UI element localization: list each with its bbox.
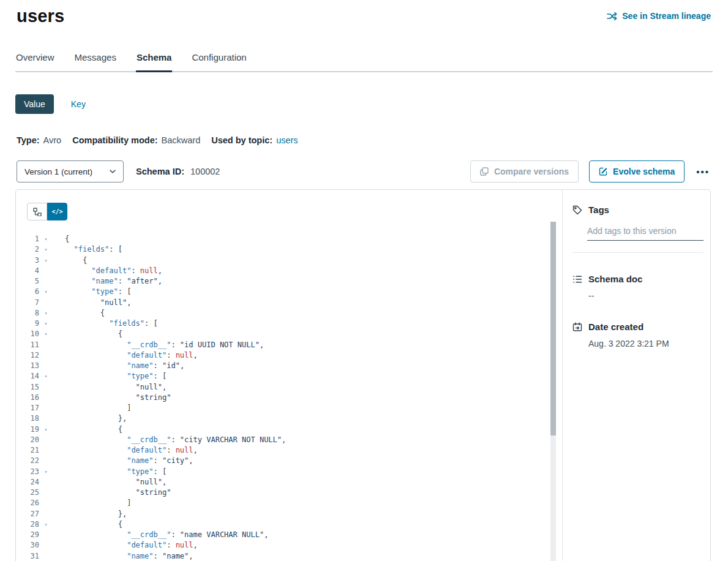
line-number: 18 <box>16 413 39 424</box>
fold-toggle-icon[interactable]: ▾ <box>39 519 53 530</box>
fold-spacer <box>39 350 53 361</box>
value-toggle-button[interactable]: Value <box>15 94 54 114</box>
tab-messages[interactable]: Messages <box>74 52 117 71</box>
fold-spacer <box>39 276 53 287</box>
version-select[interactable]: Version 1 (current) <box>17 160 124 183</box>
fold-spacer <box>39 266 53 276</box>
code-line: 29 "__crdb__": "name VARCHAR NULL", <box>16 530 562 540</box>
date-created-title: Date created <box>588 322 644 332</box>
line-number: 10 <box>16 329 39 339</box>
code-text: { <box>53 424 122 435</box>
line-number: 29 <box>16 530 39 540</box>
more-options-button[interactable]: ••• <box>695 165 711 179</box>
compare-versions-button[interactable]: Compare versions <box>470 160 579 183</box>
side-divider <box>572 252 704 253</box>
code-line: 20 "__crdb__": "city VARCHAR NOT NULL", <box>16 435 562 445</box>
fold-toggle-icon[interactable]: ▾ <box>39 371 53 382</box>
evolve-schema-button[interactable]: Evolve schema <box>589 160 685 183</box>
code-text: "default": null, <box>53 266 162 276</box>
code-line: 31 "name": "name", <box>16 551 562 561</box>
code-text: ] <box>53 498 131 508</box>
add-tags-input[interactable] <box>587 226 704 241</box>
line-number: 13 <box>16 361 39 371</box>
code-line: 5 "name": "after", <box>16 276 562 287</box>
schema-doc-value: -- <box>588 291 710 301</box>
tags-title: Tags <box>588 205 609 215</box>
code-text: "type": [ <box>53 467 167 477</box>
fold-spacer <box>39 382 53 393</box>
code-text: "name": "after", <box>53 276 162 287</box>
code-view-button[interactable]: </> <box>47 203 67 220</box>
fold-toggle-icon[interactable]: ▾ <box>39 424 53 435</box>
code-line: 16 "string" <box>16 393 562 403</box>
code-text: "default": null, <box>53 350 198 361</box>
line-number: 16 <box>16 393 39 403</box>
date-created-section: Date created Aug. 3 2022 3:21 PM <box>572 322 710 348</box>
version-select-value: Version 1 (current) <box>24 167 92 176</box>
tab-overview[interactable]: Overview <box>15 52 55 71</box>
stream-lineage-link[interactable]: See in Stream lineage <box>607 11 711 21</box>
line-number: 17 <box>16 403 39 413</box>
fold-toggle-icon[interactable]: ▾ <box>39 308 53 318</box>
fold-spacer <box>39 551 53 561</box>
fold-spacer <box>39 509 53 519</box>
code-line: 10▾ { <box>16 329 562 339</box>
evolve-schema-icon <box>599 167 607 176</box>
schema-doc-title: Schema doc <box>588 274 642 284</box>
code-text: { <box>53 308 105 318</box>
schema-doc-icon <box>572 274 582 284</box>
fold-toggle-icon[interactable]: ▾ <box>39 329 53 339</box>
fold-spacer <box>39 445 53 456</box>
schema-panel: </> 1▾{2▾ "fields": [3▾ {4 "default": nu… <box>15 189 711 561</box>
topic-link[interactable]: users <box>276 135 298 145</box>
code-line: 15 "null", <box>16 382 562 393</box>
line-number: 28 <box>16 519 39 530</box>
stream-lineage-icon <box>607 12 617 21</box>
stream-lineage-label: See in Stream lineage <box>622 11 711 21</box>
code-line: 21 "default": null, <box>16 445 562 456</box>
line-number: 7 <box>16 298 39 308</box>
code-text: { <box>53 234 69 244</box>
code-text: { <box>53 519 122 530</box>
tab-configuration[interactable]: Configuration <box>191 52 247 71</box>
fold-spacer <box>39 361 53 371</box>
version-bar: Version 1 (current) Schema ID: 100002 Co… <box>17 160 711 183</box>
code-line: 8▾ { <box>16 308 562 318</box>
code-text: "default": null, <box>53 445 198 456</box>
fold-toggle-icon[interactable]: ▾ <box>39 287 53 297</box>
code-text: "name": "name", <box>53 551 193 561</box>
code-text: "default": null, <box>53 540 198 551</box>
code-text: { <box>53 329 122 339</box>
line-number: 1 <box>16 234 39 244</box>
line-number: 11 <box>16 340 39 350</box>
fold-toggle-icon[interactable]: ▾ <box>39 255 53 266</box>
code-line: 7 "null", <box>16 298 562 308</box>
line-number: 14 <box>16 371 39 382</box>
tab-schema[interactable]: Schema <box>136 52 173 71</box>
fold-toggle-icon[interactable]: ▾ <box>39 467 53 477</box>
fold-toggle-icon[interactable]: ▾ <box>39 244 53 255</box>
fold-toggle-icon[interactable]: ▾ <box>39 234 53 244</box>
code-line: 9▾ "fields": [ <box>16 318 562 329</box>
page-header: users See in Stream lineage <box>0 0 728 26</box>
fold-toggle-icon[interactable]: ▾ <box>39 318 53 329</box>
line-number: 26 <box>16 498 39 508</box>
date-created-value: Aug. 3 2022 3:21 PM <box>588 339 710 348</box>
editor-scrollbar[interactable] <box>550 222 556 561</box>
code-text: "type": [ <box>53 371 167 382</box>
tree-view-button[interactable] <box>27 203 47 220</box>
page-title: users <box>17 6 64 26</box>
code-text: "fields": [ <box>53 244 122 255</box>
tree-view-icon <box>33 208 42 216</box>
code-lines: 1▾{2▾ "fields": [3▾ {4 "default": null,5… <box>16 234 562 561</box>
key-toggle-button[interactable]: Key <box>62 94 94 114</box>
scrollbar-thumb[interactable] <box>550 222 556 435</box>
line-number: 5 <box>16 276 39 287</box>
code-line: 30 "default": null, <box>16 540 562 551</box>
line-number: 22 <box>16 456 39 466</box>
type-value: Avro <box>43 135 62 145</box>
code-text: "__crdb__": "city VARCHAR NOT NULL", <box>53 435 286 445</box>
fold-spacer <box>39 530 53 540</box>
code-line: 2▾ "fields": [ <box>16 244 562 255</box>
line-number: 8 <box>16 308 39 318</box>
